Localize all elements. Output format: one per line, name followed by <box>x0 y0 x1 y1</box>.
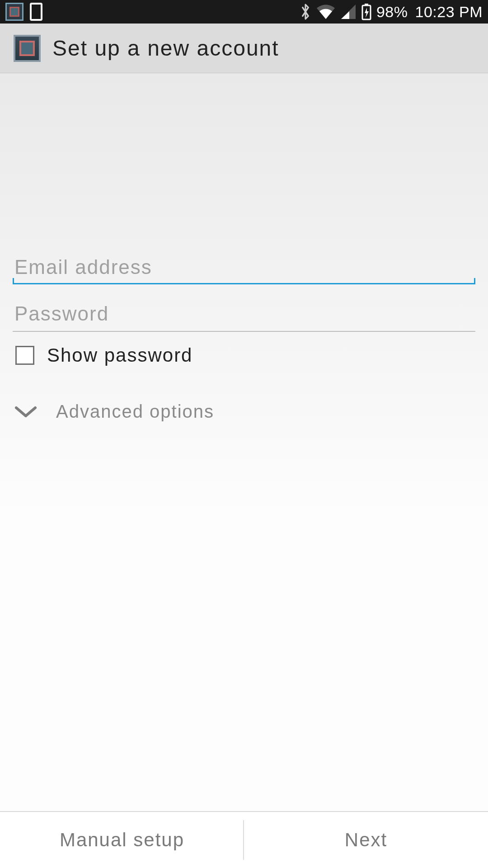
app-bar: Set up a new account <box>0 24 488 73</box>
advanced-options-label: Advanced options <box>56 401 214 422</box>
svg-rect-1 <box>365 4 368 6</box>
manual-setup-button[interactable]: Manual setup <box>0 812 244 868</box>
show-password-checkbox[interactable] <box>15 346 34 365</box>
battery-percentage: 98% <box>376 3 408 21</box>
next-button[interactable]: Next <box>244 812 488 868</box>
notification-app-icon <box>5 3 23 21</box>
email-field-wrap <box>13 250 475 284</box>
chevron-down-icon <box>14 404 38 420</box>
show-password-row[interactable]: Show password <box>13 344 475 366</box>
page-title: Set up a new account <box>52 36 279 61</box>
cellular-icon <box>340 4 357 20</box>
clock: 10:23 PM <box>415 3 483 21</box>
manual-setup-label: Manual setup <box>60 829 184 851</box>
status-bar: 98% 10:23 PM <box>0 0 488 24</box>
bottom-bar: Manual setup Next <box>0 811 488 868</box>
bluetooth-icon <box>300 3 311 20</box>
app-icon <box>14 35 41 62</box>
show-password-label: Show password <box>47 344 192 366</box>
password-field-wrap <box>13 296 475 332</box>
main-content: Show password Advanced options <box>0 73 488 811</box>
nfc-icon <box>30 3 42 21</box>
advanced-options-row[interactable]: Advanced options <box>13 401 475 422</box>
password-field[interactable] <box>13 296 475 331</box>
next-label: Next <box>345 829 387 851</box>
wifi-icon <box>316 4 336 20</box>
email-field[interactable] <box>13 250 475 284</box>
battery-charging-icon <box>361 3 372 20</box>
